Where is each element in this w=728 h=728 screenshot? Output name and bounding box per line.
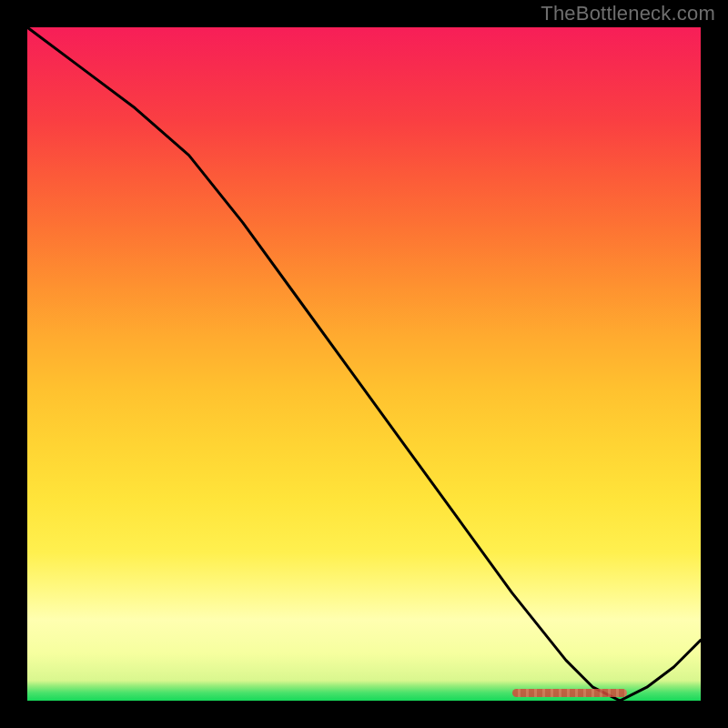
- optimal-range-marker: [512, 689, 627, 697]
- watermark-text: TheBottleneck.com: [541, 2, 715, 25]
- bottleneck-curve-line: [27, 27, 701, 701]
- line-series-svg: [27, 27, 701, 701]
- chart-frame: TheBottleneck.com: [0, 0, 728, 728]
- plot-area: [27, 27, 701, 701]
